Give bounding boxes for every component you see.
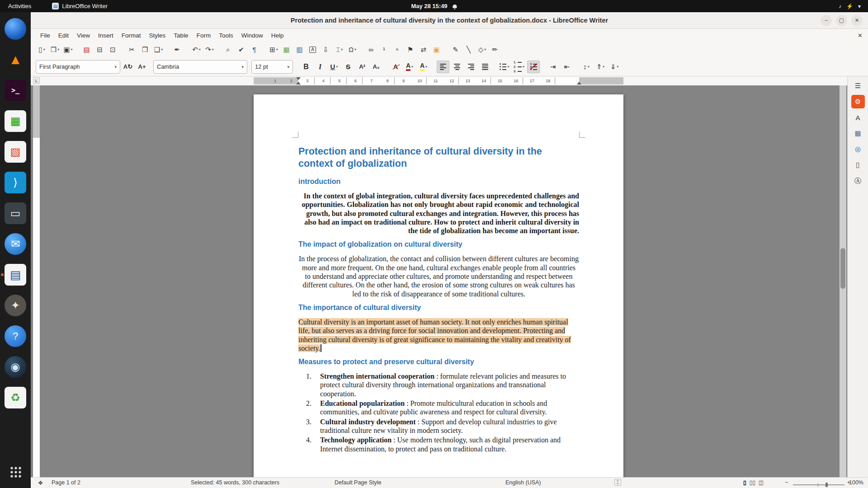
heading-measures[interactable]: Measures to protect and preserve cultura… <box>298 357 579 366</box>
formatting-marks-button[interactable]: ¶ <box>248 43 261 56</box>
close-document-button[interactable]: ✕ <box>858 32 863 39</box>
document-canvas[interactable]: Protection and inheritance of cultural d… <box>31 85 847 477</box>
vertical-scrollbar[interactable] <box>840 85 846 477</box>
superscript-button[interactable]: A² <box>356 61 368 73</box>
right-indent-marker[interactable] <box>577 82 581 84</box>
maximize-button[interactable]: ▢ <box>836 15 847 26</box>
menu-tools[interactable]: Tools <box>215 31 237 40</box>
new-document-button[interactable]: ▯ ▾ <box>35 43 48 56</box>
list-item[interactable]: 4. Technology application : Use modern t… <box>298 436 579 453</box>
underline-button[interactable]: U▾ <box>328 61 340 73</box>
insert-line-button[interactable]: ╲ <box>462 43 476 56</box>
show-applications-button[interactable] <box>5 461 26 483</box>
paragraph-introduction[interactable]: In the context of global integration, cu… <box>298 192 579 235</box>
update-style-button[interactable]: A↻ <box>122 61 134 73</box>
zoom-slider-thumb[interactable] <box>826 483 828 487</box>
line-spacing-button[interactable]: ↕▾ <box>580 61 593 73</box>
menu-view[interactable]: View <box>73 31 94 40</box>
save-button[interactable]: ▣ ▾ <box>61 43 75 56</box>
multi-page-view-button[interactable]: ▯▯ <box>750 479 755 486</box>
dock-text-editor[interactable]: ▭ <box>5 202 26 224</box>
dock-libreoffice-calc[interactable]: ▦ <box>5 110 26 132</box>
volume-icon[interactable]: ♪ <box>839 3 841 9</box>
undo-button[interactable]: ↶ ▾ <box>190 43 203 56</box>
increase-paragraph-spacing-button[interactable]: ⇑▾ <box>594 61 607 73</box>
menu-help[interactable]: Help <box>267 31 288 40</box>
increase-indent-button[interactable]: ⇥ <box>547 61 559 73</box>
clear-formatting-button[interactable]: A <box>389 61 402 73</box>
insert-page-break-button[interactable]: ⇩ <box>320 43 333 56</box>
first-line-indent-marker[interactable] <box>296 77 301 80</box>
menu-insert[interactable]: Insert <box>94 31 118 40</box>
sidebar-gallery-icon[interactable]: ▦ <box>851 127 865 140</box>
heading-introduction[interactable]: introduction <box>298 177 579 186</box>
insert-image-button[interactable]: ▦ <box>280 43 293 56</box>
list-item[interactable]: 2. Educational popularization : Promote … <box>298 399 579 417</box>
insert-endnote-button[interactable]: ⁿ <box>391 43 404 56</box>
sidebar-styles-icon[interactable]: A <box>851 111 865 124</box>
decrease-paragraph-spacing-button[interactable]: ⇓▾ <box>608 61 621 73</box>
zoom-out-button[interactable]: − <box>785 479 788 486</box>
font-color-button[interactable]: A▾ <box>403 61 416 73</box>
paragraph-importance-selected[interactable]: Cultural diversity is an important asset… <box>298 318 579 352</box>
subscript-button[interactable]: A₂ <box>370 61 382 73</box>
draw-functions-button[interactable]: ✏ <box>489 43 502 56</box>
dock-gimp[interactable]: ✦ <box>5 295 26 316</box>
insert-hyperlink-button[interactable]: ∞ <box>365 43 378 56</box>
sidebar-settings-icon[interactable]: ☰ <box>851 79 865 93</box>
insert-chart-button[interactable]: ▥ <box>293 43 307 56</box>
highlight-color-button[interactable]: A▾ <box>417 61 430 73</box>
vertical-ruler[interactable] <box>33 85 40 477</box>
dock-vlc[interactable]: ▲ <box>5 49 26 70</box>
selection-mode-icon[interactable]: ⌶ <box>614 479 621 486</box>
tab-stop-selector[interactable]: L <box>33 77 40 84</box>
document-title-text[interactable]: Protection and inheritance of cultural d… <box>298 145 579 170</box>
align-center-button[interactable] <box>451 61 463 73</box>
insert-table-button[interactable]: ⊞ ▾ <box>267 43 280 56</box>
notification-bell-icon[interactable] <box>453 5 457 8</box>
activities-button[interactable]: Activities <box>0 0 39 12</box>
export-pdf-button[interactable]: ▤ <box>80 43 94 56</box>
strikethrough-button[interactable]: S <box>342 61 354 73</box>
horizontal-ruler[interactable]: 1 2 3 4 5 6 <box>254 77 623 84</box>
insert-textbox-button[interactable]: A <box>307 43 320 56</box>
print-button[interactable]: ⊟ <box>94 43 107 56</box>
spelling-button[interactable]: ✔ <box>235 43 248 56</box>
close-button[interactable]: ✕ <box>851 15 863 26</box>
track-changes-button[interactable]: ✎ <box>449 43 462 56</box>
sidebar-navigator-icon[interactable]: ◎ <box>851 142 865 156</box>
ordered-list-button[interactable]: ▾ <box>512 61 526 73</box>
insert-special-character-button[interactable]: Ω ▾ <box>346 43 359 56</box>
selected-text[interactable]: Cultural diversity is an important asset… <box>298 318 571 352</box>
insert-bookmark-button[interactable]: ⚑ <box>404 43 417 56</box>
numbered-list[interactable]: 1. Strengthen international cooperation … <box>298 372 579 453</box>
paragraph-impact[interactable]: In the process of globalization, the con… <box>298 254 579 298</box>
scrollbar-thumb[interactable] <box>840 248 845 289</box>
heading-importance[interactable]: The importance of cultural diversity <box>298 303 579 312</box>
dock-libreoffice-impress[interactable]: ▧ <box>5 141 26 163</box>
paste-button[interactable]: ❑ ▾ <box>152 43 165 56</box>
clone-formatting-button[interactable]: ✒ <box>171 43 184 56</box>
zoom-percentage[interactable]: 100% <box>849 479 863 486</box>
dock-help[interactable]: ? <box>5 325 26 347</box>
align-right-button[interactable] <box>465 61 477 73</box>
dock-software-center[interactable]: ♻ <box>5 387 26 408</box>
focused-app-menu[interactable]: ▤ LibreOffice Writer <box>52 3 108 9</box>
menu-form[interactable]: Form <box>193 31 215 40</box>
menu-styles[interactable]: Styles <box>145 31 170 40</box>
align-left-button[interactable] <box>437 61 449 73</box>
document-page[interactable]: Protection and inheritance of cultural d… <box>254 94 623 477</box>
book-view-button[interactable]: ◫ <box>759 479 764 486</box>
battery-icon[interactable]: ⚡ <box>846 3 853 9</box>
insert-cross-reference-button[interactable]: ⇄ <box>417 43 430 56</box>
basic-shapes-button[interactable]: ◇ ▾ <box>476 43 489 56</box>
page-count-status[interactable]: Page 1 of 2 <box>52 479 80 486</box>
page-style-status[interactable]: Default Page Style <box>335 479 382 486</box>
bold-button[interactable]: B <box>300 61 312 73</box>
menu-table[interactable]: Table <box>170 31 192 40</box>
word-count-status[interactable]: Selected: 45 words, 300 characters <box>191 479 279 486</box>
window-titlebar[interactable]: Protection and inheritance of cultural d… <box>31 12 868 29</box>
dock-terminal[interactable]: >_ <box>5 80 26 101</box>
find-replace-button[interactable]: ⌕ <box>222 43 235 56</box>
sidebar-style-inspector-icon[interactable]: Ⓐ <box>851 174 865 188</box>
